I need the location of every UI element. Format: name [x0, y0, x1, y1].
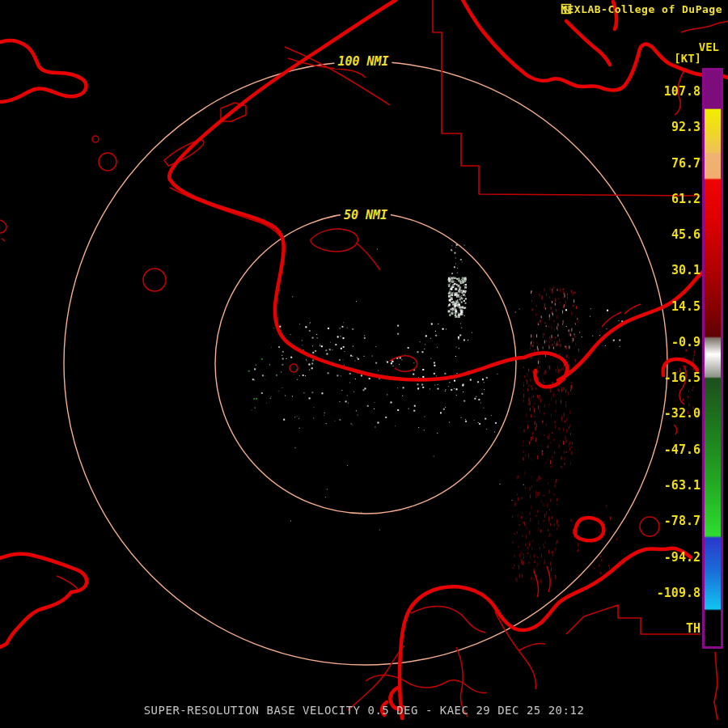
radar-display: 100 NMI 50 NMI NEXLAB-College of DuPage …	[0, 0, 728, 728]
colorbar-tick-label: 61.2	[628, 193, 700, 205]
colorbar-tick-label: 107.8	[628, 85, 700, 98]
colorbar-tick-label: 92.3	[628, 121, 700, 133]
colorbar-tick-label: -94.2	[628, 551, 700, 564]
colorbar-tick-label: 14.5	[628, 300, 700, 313]
colorbar-tick-label: 30.1	[628, 264, 700, 277]
header: NEXLAB-College of DuPage	[561, 3, 726, 15]
velocity-colorbar	[702, 68, 723, 649]
colorbar-tick-label: -109.8	[628, 586, 700, 599]
colorbar-unit-label: VEL	[699, 40, 719, 53]
range-ring-label-100nmi: 100 NMI	[334, 54, 392, 69]
range-ring-50nmi	[215, 213, 516, 514]
header-title: NEXLAB-College of DuPage	[561, 3, 722, 15]
coastline-main	[0, 0, 728, 718]
colorbar-tick-label: -16.5	[628, 371, 700, 384]
colorbar-tick-label: -78.7	[628, 514, 700, 527]
coastline-detail	[0, 21, 728, 717]
colorbar-tick-label: -47.6	[628, 443, 700, 456]
colorbar-tick-label: TH	[628, 622, 700, 635]
range-ring-label-50nmi: 50 NMI	[341, 208, 391, 222]
colorbar-tick-label: -0.9	[628, 336, 700, 349]
colorbar-unit-bracket: [KT]	[674, 52, 701, 65]
range-ring-100nmi	[64, 61, 667, 665]
colorbar-tick-label: 45.6	[628, 228, 700, 241]
colorbar-tick-label: -32.0	[628, 407, 700, 420]
colorbar-tick-label: -63.1	[628, 479, 700, 492]
product-title: SUPER-RESOLUTION BASE VELOCITY 0.5 DEG -…	[0, 704, 728, 717]
radar-map	[0, 0, 728, 728]
colorbar-tick-label: 76.7	[628, 157, 700, 170]
